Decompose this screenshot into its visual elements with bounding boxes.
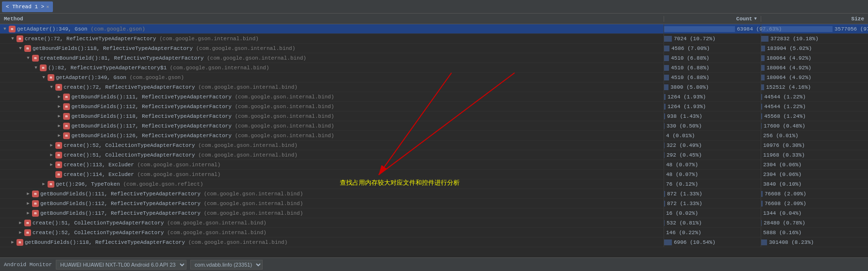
row-method: ▶ m create():52, CollectionTypeAdapterFa…	[0, 141, 664, 150]
table-row[interactable]: ▼ m ():82, ReflectiveTypeAdapterFactory$…	[0, 63, 868, 73]
method-icon: m	[24, 45, 31, 52]
method-name: getAdapter():349, Gson	[17, 26, 87, 32]
device-select[interactable]: HUAWEI HUAWEI NXT-TL00 Android 6.0 API 2…	[56, 260, 186, 270]
table-row[interactable]: ▶ m create():52, CollectionTypeAdapterFa…	[0, 228, 868, 238]
tab-close-icon[interactable]: ✕	[46, 4, 49, 10]
expand-icon[interactable]: ▶	[56, 123, 62, 129]
size-column-header[interactable]: Size	[761, 16, 868, 22]
method-icon: m	[24, 220, 31, 226]
expand-icon[interactable]: ▼	[10, 36, 16, 42]
method-icon: m	[63, 132, 70, 139]
count-bar	[664, 75, 669, 80]
thread-tab-label: < Thread 1 >	[6, 4, 44, 10]
size-text: 256 (0.01%)	[761, 133, 801, 139]
table-row[interactable]: ▼ m getBoundFields():118, ReflectiveType…	[0, 44, 868, 53]
count-bar-container: 872 (1.33%)	[664, 199, 761, 208]
method-name: getBoundFields():118, ReflectiveTypeAdap…	[71, 113, 232, 119]
count-bar-container: 48 (0.07%)	[664, 170, 761, 179]
table-row[interactable]: ▶ m create():52, CollectionTypeAdapterFa…	[0, 141, 868, 150]
expand-icon[interactable]: ▶	[56, 104, 62, 110]
size-bar	[761, 104, 762, 110]
table-row[interactable]: ▼ m getAdapter():349, Gson (com.google.g…	[0, 24, 868, 34]
expand-icon[interactable]: ▼	[17, 46, 23, 51]
count-bar-container: 3800 (5.80%)	[664, 82, 761, 92]
count-bar-container: 4510 (6.88%)	[664, 73, 761, 82]
method-name: create():114, Excluder	[64, 172, 134, 177]
expand-icon[interactable]: ▶	[17, 230, 23, 236]
table-row[interactable]: ▶ m get():296, TypeToken (com.google.gso…	[0, 179, 868, 189]
count-text: 16 (0.02%)	[664, 210, 700, 216]
size-bar	[761, 46, 765, 51]
count-bar	[664, 152, 665, 158]
count-bar-container: 4510 (6.88%)	[664, 63, 761, 72]
size-bar-container: 76608 (2.09%)	[761, 199, 868, 208]
method-name: getBoundFields():111, ReflectiveTypeAdap…	[40, 191, 200, 197]
expand-icon[interactable]: ▶	[56, 133, 62, 139]
count-bar	[664, 143, 665, 148]
expand-icon[interactable]: ▶	[25, 210, 31, 216]
expand-icon[interactable]: ▶	[49, 152, 54, 158]
method-icon: m	[55, 152, 62, 159]
size-bar	[761, 113, 762, 119]
size-bar-container: 5888 (0.16%)	[761, 228, 868, 237]
expand-icon[interactable]: ▶	[56, 113, 62, 119]
table-row[interactable]: ▶ m create():113, Excluder (com.google.g…	[0, 160, 868, 170]
count-bar	[664, 94, 666, 100]
count-bar	[664, 104, 666, 110]
size-text: 17600 (0.48%)	[762, 123, 807, 129]
size-bar-container: 2304 (0.06%)	[761, 170, 868, 179]
table-row[interactable]: ▶ m getBoundFields():126, ReflectiveType…	[0, 131, 868, 141]
method-package: (com.google.gson.internal)	[134, 172, 220, 177]
expand-icon[interactable]: ▶	[56, 94, 62, 100]
process-select[interactable]: com.vdabb.linfo (23351)	[190, 260, 263, 270]
table-row[interactable]: ▶ m getBoundFields():118, ReflectiveType…	[0, 112, 868, 121]
expand-icon[interactable]: ▶	[49, 143, 54, 148]
expand-icon[interactable]	[49, 172, 54, 177]
count-text: 1264 (1.93%)	[666, 94, 708, 100]
expand-icon[interactable]: ▼	[41, 75, 47, 80]
row-method: ▶ m getBoundFields():112, ReflectiveType…	[0, 102, 664, 111]
table-row[interactable]: ▶ m create():51, CollectionTypeAdapterFa…	[0, 218, 868, 228]
size-text: 183904 (5.02%)	[765, 46, 814, 51]
count-column-header[interactable]: Count ▼	[664, 16, 761, 22]
table-row[interactable]: ▶ m getBoundFields():117, ReflectiveType…	[0, 208, 868, 218]
table-row[interactable]: ▶ m getBoundFields():111, ReflectiveType…	[0, 189, 868, 199]
count-text: 322 (0.49%)	[665, 143, 704, 148]
count-text: 3800 (5.80%)	[668, 84, 711, 90]
expand-icon[interactable]: ▶	[25, 201, 31, 207]
table-row[interactable]: ▼ m createBoundField():81, ReflectiveTyp…	[0, 53, 868, 63]
expand-icon[interactable]: ▼	[49, 84, 54, 90]
thread-tab[interactable]: < Thread 1 > ✕	[2, 1, 53, 12]
count-bar-container: 6906 (10.54%)	[664, 238, 761, 247]
method-column-header[interactable]: Method	[0, 16, 664, 22]
size-bar	[761, 239, 767, 245]
size-bar	[761, 191, 763, 197]
expand-icon[interactable]: ▼	[25, 55, 31, 61]
table-row[interactable]: ▶ m getBoundFields():118, ReflectiveType…	[0, 238, 868, 247]
table-row[interactable]: m create():114, Excluder (com.google.gso…	[0, 170, 868, 179]
table-row[interactable]: ▶ m getBoundFields():111, ReflectiveType…	[0, 92, 868, 102]
table-row[interactable]: ▶ m create():51, CollectionTypeAdapterFa…	[0, 150, 868, 160]
expand-icon[interactable]: ▼	[33, 65, 39, 71]
expand-icon[interactable]: ▶	[41, 181, 47, 187]
table-row[interactable]: ▼ m getAdapter():349, Gson (com.google.g…	[0, 73, 868, 82]
table-row[interactable]: ▼ m create():72, ReflectiveTypeAdapterFa…	[0, 34, 868, 44]
row-method: ▶ m getBoundFields():117, ReflectiveType…	[0, 121, 664, 130]
rows-container: ▼ m getAdapter():349, Gson (com.google.g…	[0, 24, 868, 247]
table-row[interactable]: ▶ m getBoundFields():112, ReflectiveType…	[0, 102, 868, 112]
size-bar	[761, 55, 765, 61]
count-text: 48 (0.07%)	[664, 172, 700, 177]
table-row[interactable]: ▶ m getBoundFields():112, ReflectiveType…	[0, 199, 868, 208]
expand-icon[interactable]: ▶	[25, 191, 31, 197]
count-bar-container: 146 (0.22%)	[664, 228, 761, 237]
table-row[interactable]: ▶ m getBoundFields():117, ReflectiveType…	[0, 121, 868, 131]
expand-icon[interactable]: ▶	[17, 220, 23, 226]
expand-icon[interactable]: ▶	[10, 239, 16, 245]
method-name: getBoundFields():117, ReflectiveTypeAdap…	[40, 210, 200, 216]
expand-icon[interactable]: ▶	[49, 162, 54, 168]
method-name: create():52, CollectionTypeAdapterFactor…	[33, 230, 164, 236]
table-row[interactable]: ▼ m create():72, ReflectiveTypeAdapterFa…	[0, 82, 868, 92]
size-text: 2304 (0.06%)	[761, 172, 803, 177]
size-bar-container: 3577056 (97.67%)	[761, 24, 868, 33]
expand-icon[interactable]: ▼	[2, 26, 8, 32]
